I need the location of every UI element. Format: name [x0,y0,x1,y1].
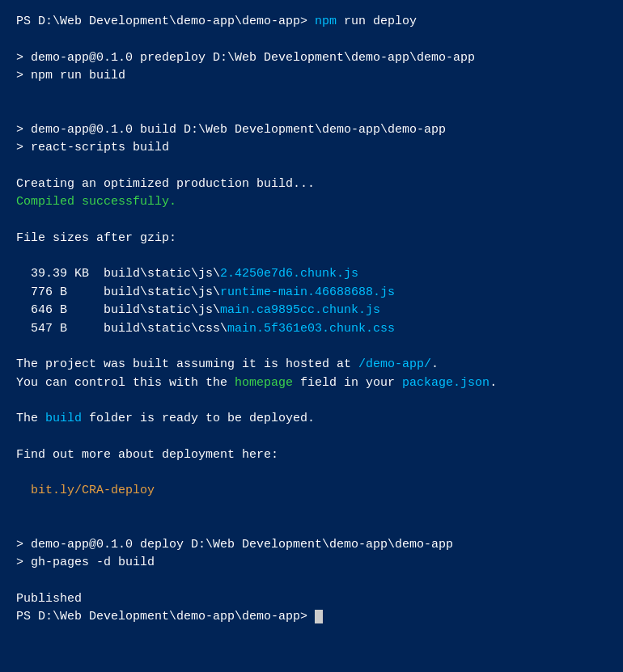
terminal-window: PS D:\Web Development\demo-app\demo-app>… [16,13,607,659]
terminal-line: The project was built assuming it is hos… [16,356,607,374]
terminal-line: > react-scripts build [16,139,607,158]
terminal-line: PS D:\Web Development\demo-app\demo-app> [16,608,607,627]
terminal-line: Find out more about deployment here: [16,446,607,465]
terminal-line: bit.ly/CRA-deploy [16,482,607,501]
terminal-line: The build folder is ready to be deployed… [16,410,607,429]
terminal-line: File sizes after gzip: [16,230,607,248]
terminal-line: You can control this with the homepage f… [16,374,607,393]
terminal-cursor [315,610,323,623]
terminal-line: > demo-app@0.1.0 predeploy D:\Web Develo… [16,49,607,68]
terminal-line: Published [16,590,607,609]
terminal-line: > demo-app@0.1.0 deploy D:\Web Developme… [16,536,607,555]
terminal-line: Creating an optimized production build..… [16,175,607,194]
terminal-line: > demo-app@0.1.0 build D:\Web Developmen… [16,121,607,140]
terminal-line: PS D:\Web Development\demo-app\demo-app>… [16,13,607,32]
terminal-line: Compiled successfully. [16,193,607,212]
terminal-line: 547 B build\static\css\main.5f361e03.chu… [16,320,607,339]
terminal-line: > npm run build [16,67,607,86]
terminal-line: 39.39 KB build\static\js\2.4250e7d6.chun… [16,265,607,284]
terminal-line: 646 B build\static\js\main.ca9895cc.chun… [16,302,607,320]
terminal-line: 776 B build\static\js\runtime-main.46688… [16,284,607,302]
terminal-line: > gh-pages -d build [16,554,607,573]
